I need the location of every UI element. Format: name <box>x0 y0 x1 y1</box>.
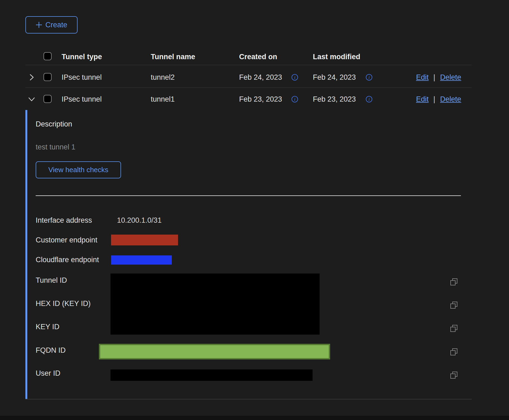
user-id-redaction <box>110 369 313 381</box>
header-divider <box>25 65 472 65</box>
created-on-cell: Feb 24, 2023 <box>239 73 282 81</box>
plus-icon <box>36 22 42 28</box>
action-separator: | <box>433 95 435 103</box>
created-on-cell: Feb 23, 2023 <box>239 95 282 103</box>
copy-hex-id-button[interactable] <box>449 301 459 310</box>
copy-fqdn-id-button[interactable] <box>449 347 459 357</box>
create-button[interactable]: Create <box>25 16 78 34</box>
field-label: Interface address <box>36 216 92 225</box>
fqdn-id-redaction <box>99 344 330 359</box>
customer-endpoint-redaction <box>111 235 178 245</box>
section-divider <box>36 195 461 196</box>
tunnel-name-cell: tunnel1 <box>151 95 175 103</box>
description-value: test tunnel 1 <box>36 143 75 151</box>
interface-address-value: 10.200.1.0/31 <box>117 216 162 225</box>
field-label: Tunnel ID <box>36 276 67 285</box>
info-icon[interactable]: i <box>366 74 373 81</box>
bottom-strip <box>0 416 509 420</box>
description-label: Description <box>36 120 72 128</box>
select-all-checkbox[interactable] <box>43 52 52 60</box>
info-icon[interactable]: i <box>291 96 298 103</box>
tunnel-type-cell: IPsec tunnel <box>62 95 102 103</box>
svg-text:i: i <box>294 75 296 80</box>
ids-redaction <box>110 274 320 335</box>
expanded-panel-accent-border <box>25 110 27 399</box>
field-label: Customer endpoint <box>36 236 97 244</box>
column-header-tunnel-name: Tunnel name <box>151 53 195 61</box>
action-separator: | <box>433 73 435 81</box>
create-button-label: Create <box>45 21 67 29</box>
delete-link[interactable]: Delete <box>440 95 461 103</box>
edit-link[interactable]: Edit <box>416 73 429 81</box>
copy-user-id-button[interactable] <box>449 371 459 380</box>
copy-icon <box>450 301 458 309</box>
copy-tunnel-id-button[interactable] <box>449 277 459 287</box>
column-header-created-on: Created on <box>239 53 277 61</box>
copy-icon <box>450 278 458 286</box>
field-label: FQDN ID <box>36 346 66 355</box>
expanded-panel-bottom-divider <box>25 399 472 399</box>
copy-key-id-button[interactable] <box>449 324 459 334</box>
chevron-down-icon[interactable] <box>28 96 35 102</box>
svg-text:i: i <box>369 97 370 102</box>
view-health-checks-button[interactable]: View health checks <box>36 161 121 178</box>
chevron-right-icon[interactable] <box>29 74 35 81</box>
last-modified-cell: Feb 24, 2023 <box>313 73 356 81</box>
ipsec-tunnels-page: Create Tunnel type Tunnel name Created o… <box>0 0 509 420</box>
last-modified-cell: Feb 23, 2023 <box>313 95 356 103</box>
row-divider <box>25 88 472 88</box>
column-header-last-modified: Last modified <box>313 53 360 61</box>
field-label: KEY ID <box>36 323 59 331</box>
edit-link[interactable]: Edit <box>416 95 429 103</box>
info-icon[interactable]: i <box>291 74 298 81</box>
copy-icon <box>450 348 458 356</box>
field-label: Cloudflare endpoint <box>36 256 99 264</box>
field-label: HEX ID (KEY ID) <box>36 299 91 308</box>
column-header-tunnel-type: Tunnel type <box>62 53 102 61</box>
copy-icon <box>450 324 458 332</box>
tunnel-name-cell: tunnel2 <box>151 73 175 81</box>
svg-text:i: i <box>369 75 370 80</box>
row-checkbox[interactable] <box>43 95 52 103</box>
cloudflare-endpoint-redaction <box>111 255 172 265</box>
delete-link[interactable]: Delete <box>440 73 461 81</box>
tunnel-type-cell: IPsec tunnel <box>62 73 102 81</box>
svg-text:i: i <box>294 97 296 102</box>
field-label: User ID <box>36 369 61 378</box>
copy-icon <box>450 371 458 379</box>
row-checkbox[interactable] <box>43 73 52 81</box>
info-icon[interactable]: i <box>366 96 373 103</box>
